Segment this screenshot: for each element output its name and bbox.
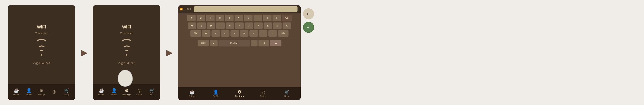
wifi-icon-1 [34, 39, 48, 56]
key-C[interactable]: C [221, 30, 230, 37]
drinks-icon-1: ☕ [14, 88, 19, 93]
wifi-dot-2 [126, 54, 128, 56]
confirm-button[interactable]: ✓ [303, 22, 314, 33]
status-icon-2: ◎ [138, 88, 141, 93]
key-min-right[interactable]: Min [278, 30, 288, 37]
keyboard-area: A Z E R T Y U I O P ⌫ Q S D F [178, 13, 301, 87]
nav-profile-1[interactable]: 👤 Profile [24, 88, 34, 96]
nav-status-2[interactable]: ◎ Status [134, 88, 144, 96]
key-J[interactable]: J [244, 22, 253, 29]
status-icon-1: ◎ [52, 90, 56, 94]
nav-shop-1[interactable]: 🛒 Shop [62, 88, 72, 96]
settings-label-3: Settings [235, 95, 244, 97]
shop-label-2: Sh... [150, 93, 154, 96]
wifi-title-1: WiFi [37, 24, 46, 30]
wifi-arc-small-2 [125, 50, 128, 54]
wifi-status-1: Connected [35, 32, 48, 35]
key-P[interactable]: P [272, 15, 281, 21]
key-dot[interactable]: . [259, 30, 268, 37]
settings-icon-1: ⚙ [40, 88, 44, 93]
bottom-nav-3: ☕ Drinks 👤 Profile ⚙ Settings ◎ Status 🛒 [178, 87, 301, 100]
nav-profile-2[interactable]: 👤 Profile [109, 88, 119, 96]
nav-profile-3[interactable]: 👤 Profile [211, 90, 221, 97]
back-button[interactable]: ↩ [303, 8, 314, 20]
key-E[interactable]: E [206, 15, 215, 21]
profile-label-1: Profile [26, 93, 32, 96]
key-backspace[interactable]: ⌫ [282, 15, 292, 21]
finger-overlay [118, 70, 133, 86]
key-B[interactable]: B [240, 30, 248, 37]
key-A[interactable]: A [187, 15, 196, 21]
key-M[interactable]: M [273, 22, 282, 29]
shop-icon-1: 🛒 [64, 88, 70, 93]
key-language[interactable]: English [218, 40, 250, 46]
wifi-network-2: Ziggo 843723 [118, 62, 135, 65]
key-circle[interactable]: ● [210, 40, 218, 46]
key-R[interactable]: R [216, 15, 224, 21]
shop-icon-3: 🛒 [284, 90, 290, 94]
key-V[interactable]: V [230, 30, 239, 37]
key-emoji[interactable]: :-) [258, 40, 269, 46]
drinks-icon-2: ☕ [99, 88, 104, 93]
nav-shop-3[interactable]: 🛒 Shop [282, 90, 292, 97]
key-dash[interactable]: - [268, 30, 277, 37]
key-N[interactable]: N [249, 30, 258, 37]
shop-label-1: Shop [64, 93, 69, 96]
key-symbols[interactable]: &123 [198, 40, 209, 46]
key-apostrophe[interactable]: ' [251, 40, 258, 46]
profile-label-2: Profile [111, 93, 117, 96]
text-input-field[interactable] [194, 6, 298, 12]
nav-settings-1[interactable]: ⚙ Settings [36, 88, 46, 96]
key-G[interactable]: G [226, 22, 234, 29]
wifi-arc-small [40, 50, 44, 54]
nav-shop-2[interactable]: 🛒 Sh... [147, 88, 157, 96]
shop-label-3: Shop [284, 95, 290, 97]
key-H[interactable]: H [235, 22, 244, 29]
key-A2[interactable]: A [282, 22, 291, 29]
kb-row-1: A Z E R T Y U I O P ⌫ [180, 15, 299, 21]
drinks-label-3: Drinks [189, 95, 195, 97]
wifi-status-2: Connected [120, 32, 133, 35]
key-min-left[interactable]: Min [190, 30, 201, 37]
wifi-title-2: WiFi [122, 24, 131, 30]
key-F[interactable]: F [216, 22, 225, 29]
kb-row-4: &123 ● English ' :-) ▬ [180, 40, 299, 46]
key-K[interactable]: K [254, 22, 263, 29]
nav-settings-2[interactable]: ⚙ Settings [122, 88, 132, 96]
drinks-label-2: Drinks [98, 93, 104, 96]
device-2: WiFi Connected Ziggo 843723 ☕ Drinks 👤 P… [93, 5, 160, 100]
drinks-label-1: Drinks [13, 93, 19, 96]
wifi-dot [41, 54, 42, 56]
arrow-1: ▶ [81, 48, 87, 57]
nav-status-3[interactable]: ◎ Status [258, 90, 268, 97]
key-O[interactable]: O [263, 15, 272, 21]
key-Z[interactable]: Z [196, 15, 205, 21]
key-W[interactable]: W [202, 30, 210, 37]
key-U[interactable]: U [244, 15, 253, 21]
key-Q[interactable]: Q [188, 22, 196, 29]
wifi-signal-display: 📶 13 120 [180, 8, 191, 10]
kb-row-3: Min W X C V B N . - Min [180, 30, 299, 37]
key-rect[interactable]: ▬ [270, 40, 282, 46]
key-D[interactable]: D [207, 22, 215, 29]
key-Y[interactable]: Y [234, 15, 243, 21]
nav-drinks-1[interactable]: ☕ Drinks [11, 88, 21, 96]
key-X[interactable]: X [211, 30, 220, 37]
profile-icon-3: 👤 [213, 90, 218, 94]
settings-icon-3: ⚙ [238, 90, 242, 94]
key-S[interactable]: S [197, 22, 206, 29]
nav-drinks-2[interactable]: ☕ Drinks [96, 88, 106, 96]
device-3-wrapper: 📶 13 120 A Z E R T Y U I O P [178, 5, 314, 100]
nav-status-1[interactable]: ◎ [49, 90, 59, 94]
key-L[interactable]: L [264, 22, 272, 29]
key-T[interactable]: T [225, 15, 234, 21]
key-I[interactable]: I [254, 15, 262, 21]
shop-icon-2: 🛒 [149, 88, 155, 93]
nav-settings-3[interactable]: ⚙ Settings [234, 90, 244, 97]
main-scene: WiFi Connected Ziggo 843723 ☕ Drinks 👤 P… [0, 0, 322, 105]
device-3: 📶 13 120 A Z E R T Y U I O P [178, 5, 301, 100]
status-label-2: Status [136, 93, 142, 96]
nav-drinks-3[interactable]: ☕ Drinks [187, 90, 197, 97]
profile-label-3: Profile [212, 95, 219, 97]
drinks-icon-3: ☕ [190, 90, 195, 94]
